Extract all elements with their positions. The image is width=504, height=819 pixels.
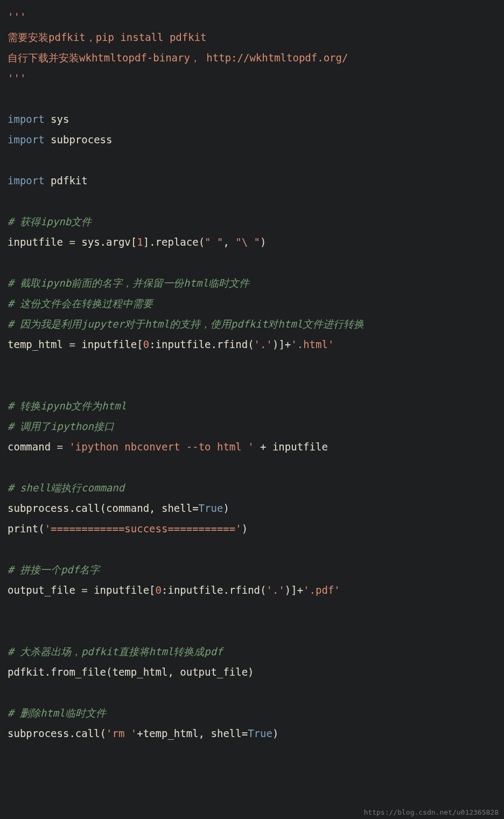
code-line (8, 539, 496, 559)
code-token: ].replace( (143, 236, 205, 248)
code-line: import subprocess (8, 129, 496, 150)
code-token: inputfile[ (88, 584, 156, 596)
code-line: # 调用了ipython接口 (8, 416, 496, 436)
code-token: " " (205, 236, 223, 248)
code-line: subprocess.call(command, shell=True) (8, 498, 496, 518)
code-token: 需要安装pdfkit，pip install pdfkit (8, 31, 207, 43)
code-token: subprocess.call( (8, 727, 106, 739)
code-token: + inputfile (254, 441, 328, 453)
code-token: pdfkit (45, 175, 88, 186)
code-line (8, 621, 496, 641)
code-token: True (199, 502, 223, 514)
code-token: # 获得ipynb文件 (8, 216, 92, 227)
code-line: ''' (8, 68, 496, 88)
code-line: # shell端执行command (8, 477, 496, 498)
code-line (8, 88, 496, 109)
code-token: sys.argv[ (75, 236, 137, 248)
code-token: inputfile[ (75, 338, 143, 350)
watermark-text: https://blog.csdn.net/u012365828 (364, 809, 499, 816)
code-line (8, 682, 496, 703)
code-line: output_file = inputfile[0:inputfile.rfin… (8, 580, 496, 600)
code-line: subprocess.call('rm '+temp_html, shell=T… (8, 723, 496, 744)
code-token: , (223, 236, 235, 248)
code-token: 'ipython nbconvert --to html ' (69, 441, 254, 453)
code-token: command (8, 441, 57, 453)
code-token: ''' (8, 11, 26, 23)
code-token: import (8, 175, 45, 186)
code-token: import (8, 134, 45, 145)
code-token: pdfkit.from_file(temp_html, output_file) (8, 666, 254, 678)
code-line: inputfile = sys.argv[1].replace(" ", "\ … (8, 232, 496, 252)
code-token: = (69, 236, 75, 248)
code-line: 需要安装pdfkit，pip install pdfkit (8, 27, 496, 47)
code-token: output_file (8, 584, 81, 596)
code-token: ) (272, 727, 278, 739)
code-line: # 截取ipynb前面的名字，并保留一份html临时文件 (8, 273, 496, 293)
code-line: # 获得ipynb文件 (8, 211, 496, 232)
code-line: command = 'ipython nbconvert --to html '… (8, 436, 496, 457)
code-token: +temp_html, shell= (137, 727, 248, 739)
code-token: subprocess (45, 134, 113, 145)
code-token: inputfile (8, 236, 69, 248)
code-line: import pdfkit (8, 170, 496, 191)
code-token: # 这份文件会在转换过程中需要 (8, 297, 153, 309)
code-token: )]+ (272, 338, 291, 350)
code-token: = (57, 441, 63, 453)
code-line: # 删除html临时文件 (8, 703, 496, 723)
code-line: temp_html = inputfile[0:inputfile.rfind(… (8, 334, 496, 355)
code-token: '.pdf' (303, 584, 340, 596)
code-token: temp_html (8, 338, 69, 350)
code-token: ''' (8, 72, 26, 84)
code-token: :inputfile.rfind( (149, 338, 254, 350)
code-token: '.' (254, 338, 272, 350)
code-token: :inputfile.rfind( (162, 584, 266, 596)
code-token: )]+ (285, 584, 303, 596)
code-line: ''' (8, 6, 496, 27)
code-token: 1 (137, 236, 143, 248)
code-line (8, 252, 496, 273)
code-token: # 删除html临时文件 (8, 707, 106, 719)
code-token: # 因为我是利用jupyter对于html的支持，使用pdfkit对html文件… (8, 318, 364, 330)
code-token (63, 441, 69, 453)
code-token: '============success===========' (45, 523, 242, 535)
code-token: = (69, 338, 75, 350)
code-line (8, 191, 496, 211)
code-line (8, 150, 496, 170)
code-token: sys (45, 113, 69, 125)
code-token: '.' (267, 584, 285, 596)
code-token: # 转换ipynb文件为html (8, 400, 127, 412)
code-token: = (81, 584, 87, 596)
code-token: 0 (143, 338, 149, 350)
code-line: # 转换ipynb文件为html (8, 395, 496, 416)
code-token: 0 (156, 584, 162, 596)
code-line: # 大杀器出场，pdfkit直接将html转换成pdf (8, 641, 496, 662)
code-token: 'rm ' (106, 727, 137, 739)
code-token: # 拼接一个pdf名字 (8, 564, 100, 575)
code-token: ) (223, 502, 229, 514)
code-line (8, 600, 496, 621)
code-line: 自行下载并安装wkhtmltopdf-binary， http://wkhtml… (8, 47, 496, 68)
code-line: pdfkit.from_file(temp_html, output_file) (8, 662, 496, 682)
code-line: import sys (8, 109, 496, 129)
code-token: ) (260, 236, 266, 248)
code-line: # 因为我是利用jupyter对于html的支持，使用pdfkit对html文件… (8, 314, 496, 334)
code-token: '.html' (291, 338, 334, 350)
code-token: print( (8, 523, 45, 535)
code-token: import (8, 113, 45, 125)
code-token: subprocess.call(command, shell= (8, 502, 199, 514)
code-line: # 这份文件会在转换过程中需要 (8, 293, 496, 314)
code-token: # 调用了ipython接口 (8, 420, 114, 432)
code-line: print('============success===========') (8, 518, 496, 539)
code-line (8, 355, 496, 375)
code-token: "\ " (235, 236, 260, 248)
code-token: # 大杀器出场，pdfkit直接将html转换成pdf (8, 646, 223, 657)
code-line: # 拼接一个pdf名字 (8, 559, 496, 580)
code-token: ) (242, 523, 248, 535)
code-editor: '''需要安装pdfkit，pip install pdfkit自行下载并安装w… (8, 6, 496, 744)
code-token: # 截取ipynb前面的名字，并保留一份html临时文件 (8, 277, 249, 289)
code-token: True (248, 727, 272, 739)
code-line (8, 375, 496, 395)
code-token: 自行下载并安装wkhtmltopdf-binary， http://wkhtml… (8, 52, 348, 64)
code-token: # shell端执行command (8, 482, 124, 494)
code-line (8, 457, 496, 477)
